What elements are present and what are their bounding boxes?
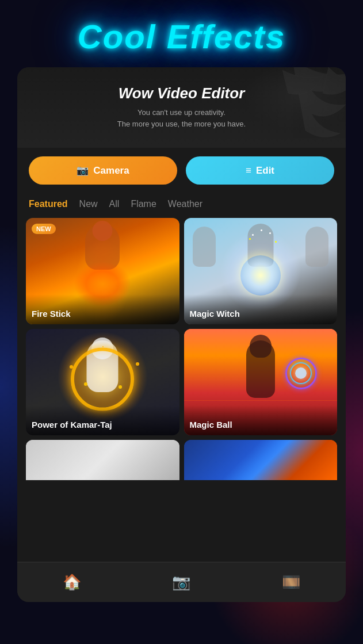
partial-card-1[interactable] (26, 440, 179, 480)
kamar-taj-label: Power of Kamar-Taj (26, 405, 179, 435)
nav-camera-icon: 📷 (172, 573, 190, 591)
partial-effects-grid (17, 435, 346, 480)
magic-ball-label: Magic Ball (184, 405, 338, 435)
partial-card-1-bg (26, 440, 179, 480)
effects-grid: NEW Fire Stick Magic Witch (17, 218, 346, 435)
new-badge: NEW (32, 224, 56, 234)
tab-weather[interactable]: Weather (168, 199, 202, 209)
page-title-area: Cool Effects (0, 0, 363, 67)
app-card: Wow Video Editor You can't use up creati… (17, 67, 346, 602)
effect-card-kamar-taj[interactable]: Power of Kamar-Taj (26, 329, 179, 435)
tab-all[interactable]: All (109, 199, 120, 209)
bottom-nav: 🏠 📷 🎞️ (17, 562, 346, 602)
tab-flame[interactable]: Flame (131, 199, 156, 209)
orb-core (295, 367, 307, 379)
app-header-subtitle-1: You can't use up creativity. (29, 107, 334, 118)
edit-button-label: Edit (256, 165, 274, 177)
effect-card-magic-ball[interactable]: Magic Ball (184, 329, 338, 435)
effect-card-fire-stick[interactable]: NEW Fire Stick (26, 218, 179, 324)
home-icon: 🏠 (63, 573, 81, 591)
nav-camera[interactable]: 📷 (161, 569, 202, 596)
app-header-subtitle-2: The more you use, the more you have. (29, 118, 334, 130)
app-header-title: Wow Video Editor (29, 85, 334, 102)
app-header: Wow Video Editor You can't use up creati… (17, 67, 346, 148)
figure-3 (305, 227, 328, 267)
nav-film[interactable]: 🎞️ (270, 569, 312, 596)
tab-new[interactable]: New (79, 199, 98, 209)
page-title: Cool Effects (0, 17, 363, 56)
nav-home[interactable]: 🏠 (51, 569, 93, 596)
horizon (184, 400, 338, 401)
leaf-decoration (236, 67, 346, 142)
magic-witch-label: Magic Witch (184, 294, 338, 324)
edit-button[interactable]: ≡ Edit (186, 156, 334, 185)
buttons-row: 📷 Camera ≡ Edit (17, 148, 346, 193)
head-dark (250, 335, 272, 358)
film-icon: 🎞️ (282, 573, 300, 591)
orb-glow (240, 255, 281, 296)
sparks (261, 229, 262, 231)
figure-1 (193, 227, 216, 267)
fire-stick-label: Fire Stick (26, 294, 179, 324)
tab-featured[interactable]: Featured (29, 199, 68, 209)
sliders-icon: ≡ (246, 165, 251, 177)
camera-icon: 📷 (77, 164, 89, 177)
kamar-ring (71, 347, 134, 411)
camera-button-label: Camera (93, 165, 129, 177)
effect-card-magic-witch[interactable]: Magic Witch (184, 218, 338, 324)
partial-card-2[interactable] (184, 440, 338, 480)
head-silhouette (93, 221, 113, 241)
camera-button[interactable]: 📷 Camera (29, 156, 177, 185)
partial-card-2-bg (184, 440, 338, 480)
magic-orb-container (285, 358, 317, 389)
filter-tabs: Featured New All Flame Weather (17, 193, 346, 218)
